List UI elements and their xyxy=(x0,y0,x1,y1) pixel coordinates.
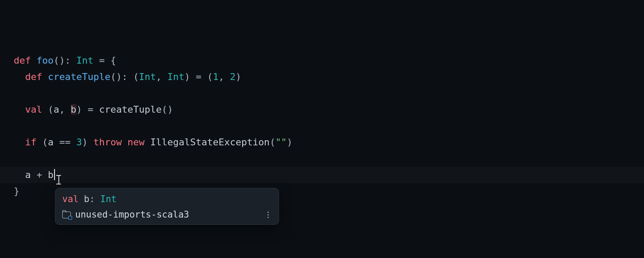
string-literal: "" xyxy=(275,137,287,147)
code-editor[interactable]: def foo(): Int = { def createTuple(): (I… xyxy=(0,0,644,258)
keyword-def: def xyxy=(14,55,31,66)
folder-icon xyxy=(62,212,71,218)
tooltip-source-item[interactable]: unused-imports-scala3 xyxy=(55,207,279,223)
tooltip-item-label: unused-imports-scala3 xyxy=(75,207,260,223)
code-line[interactable] xyxy=(14,118,644,134)
function-name: foo xyxy=(36,55,54,66)
code-line[interactable]: def createTuple(): (Int, Int) = (1, 2) xyxy=(14,69,644,85)
keyword-throw: throw xyxy=(93,137,122,147)
code-line-current[interactable]: a + b xyxy=(0,167,644,183)
function-name: createTuple xyxy=(48,71,111,82)
keyword-def: def xyxy=(25,71,43,82)
hover-tooltip[interactable]: val b: Int unused-imports-scala3 xyxy=(55,188,279,225)
keyword-if: if xyxy=(25,137,37,147)
tooltip-type-info: val b: Int xyxy=(55,191,279,207)
code-line[interactable] xyxy=(14,85,644,101)
text-caret xyxy=(54,169,55,180)
code-line[interactable]: val (a, b) = createTuple() xyxy=(14,101,644,118)
highlighted-variable: b xyxy=(71,104,76,115)
code-line[interactable] xyxy=(14,150,644,167)
type-int: Int xyxy=(76,55,94,66)
code-line[interactable]: def foo(): Int = { xyxy=(14,52,644,69)
text-cursor-icon xyxy=(56,175,61,184)
vertical-dots-icon[interactable] xyxy=(264,212,272,218)
keyword-new: new xyxy=(128,137,145,147)
code-line[interactable]: if (a == 3) throw new IllegalStateExcept… xyxy=(14,134,644,150)
keyword-val: val xyxy=(25,104,43,115)
